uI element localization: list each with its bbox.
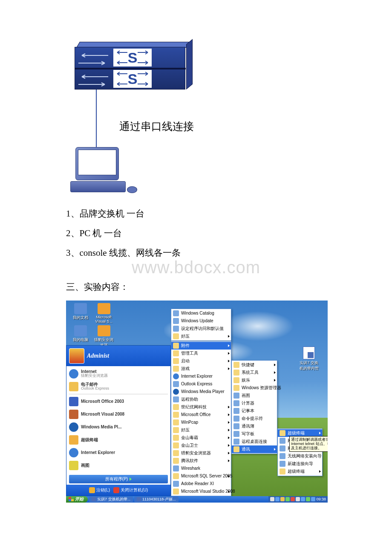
app-icon <box>173 465 179 471</box>
menu-item[interactable]: 远程桌面连接 <box>232 438 277 445</box>
start-pinned-item[interactable]: Internet猎豹安全浏览器 <box>66 367 170 380</box>
menu-item[interactable]: 命令提示符 <box>232 415 277 422</box>
menu-item[interactable]: 无线网络安装向导 <box>278 452 322 460</box>
folder-icon <box>173 343 179 349</box>
app-icon <box>173 310 179 316</box>
menu-item[interactable]: 通讯 <box>232 445 277 453</box>
mail-icon <box>69 382 78 391</box>
menu-item[interactable]: 好压 <box>171 332 231 340</box>
user-name: Administ <box>87 353 109 359</box>
menu-item-label: Wireshark <box>181 466 200 471</box>
word-icon <box>137 497 141 501</box>
menu-item[interactable]: 记事本 <box>232 407 277 415</box>
word-doc-icon <box>303 347 315 359</box>
clock[interactable]: 09:38 <box>316 497 326 501</box>
folder-icon <box>233 370 239 376</box>
start-pinned-item[interactable]: Windows Media Pl... <box>66 421 170 434</box>
menu-item[interactable]: Windows Media Player <box>171 388 231 396</box>
start-pinned-item[interactable]: 电子邮件Outlook Express <box>66 380 170 393</box>
menu-item-label: WinPcap <box>181 420 198 425</box>
all-programs-button[interactable]: 所有程序(P) <box>69 475 168 483</box>
equipment-list: 1、品牌交换机 一台 2、PC 机 一台 3、console 线揽、网线各一条 <box>66 204 326 263</box>
tray-icon[interactable] <box>275 497 280 501</box>
menu-item[interactable]: 超级终端 <box>278 468 322 475</box>
menu-item[interactable]: 设定程序访问和默认值 <box>171 325 231 332</box>
switch-device: S S <box>75 47 194 94</box>
menu-item[interactable]: Windows 资源管理器 <box>232 384 277 392</box>
menu-item[interactable]: 系统工具 <box>232 369 277 376</box>
desktop-icon[interactable]: Microsoft Visual S... <box>93 303 115 324</box>
start-pinned-item[interactable]: 超级终端 <box>66 434 170 446</box>
menu-item[interactable]: Outlook Express <box>171 380 231 388</box>
menu-item[interactable]: 附件 <box>171 342 231 350</box>
menu-item[interactable]: Microsoft Office <box>171 411 231 419</box>
menu-item[interactable]: Wireshark <box>171 465 231 472</box>
tray-icon[interactable] <box>301 497 305 501</box>
menu-item[interactable]: 启动 <box>171 357 231 365</box>
taskbar-item[interactable]: 1110430118-卢丽... <box>134 497 179 502</box>
menu-item[interactable]: 娱乐 <box>232 376 277 384</box>
app-icon <box>233 416 239 422</box>
menu-item[interactable]: 画图 <box>232 392 277 399</box>
menu-item[interactable]: 计算器 <box>232 399 277 407</box>
menu-item-label: 猎豹安全浏览器 <box>181 450 211 456</box>
folder-icon <box>173 333 179 339</box>
menu-item[interactable]: 新建连接向导 <box>278 460 322 468</box>
app-icon <box>173 481 179 487</box>
menu-item[interactable]: 快捷键 <box>232 361 277 369</box>
folder-icon <box>233 446 239 452</box>
menu-item[interactable]: 通讯簿 <box>232 422 277 430</box>
menu-item[interactable]: Microsoft Visual Studio 2008 <box>171 488 231 495</box>
menu-item[interactable]: 猎豹安全浏览器 <box>171 449 231 457</box>
folder-icon <box>173 419 179 425</box>
tray-icon[interactable] <box>270 497 274 501</box>
programs-submenu-top: Windows CatalogWindows Update设定程序访问和默认值好… <box>171 309 231 341</box>
switch-s-top: S <box>128 49 138 66</box>
folder-icon <box>173 404 179 410</box>
tray-icon[interactable] <box>311 497 315 501</box>
desktop-icon[interactable]: 我的文档 <box>69 303 92 321</box>
menu-item[interactable]: 腾讯软件 <box>171 457 231 465</box>
menu-item-label: 金山卫士 <box>181 442 198 448</box>
start-pinned-item[interactable]: Microsoft Office 2003 <box>66 395 170 408</box>
app-icon <box>173 318 179 324</box>
menu-item[interactable]: 金山毒霸 <box>171 434 231 442</box>
serial-connection-label: 通过串口线连接 <box>119 119 194 133</box>
menu-item[interactable]: Adobe Reader XI <box>171 480 231 488</box>
desktop-icon[interactable]: 猎豹安全浏览器 <box>93 325 115 348</box>
tray-icon[interactable] <box>306 497 310 501</box>
desktop-document[interactable]: 实训7 交换机的带内管 <box>298 347 320 371</box>
network-diagram: S S <box>66 43 202 196</box>
menu-item-label: Microsoft Visual Studio 2008 <box>181 489 235 494</box>
menu-item[interactable]: 远程协助 <box>171 396 231 403</box>
menu-item[interactable]: Windows Update <box>171 317 231 325</box>
start-pinned-item[interactable]: Internet Explorer <box>66 446 170 459</box>
logoff-button[interactable]: 注销(L) <box>89 487 110 493</box>
folder-icon <box>280 468 285 474</box>
menu-item[interactable]: 好压 <box>171 426 231 434</box>
menu-item-label: 腾讯软件 <box>181 458 198 464</box>
start-pinned-item[interactable]: Microsoft Visual 2008 <box>66 408 170 421</box>
folder-icon <box>173 350 179 356</box>
taskbar-item[interactable]: 实训7 交换机的带... <box>89 497 133 502</box>
menu-item[interactable]: Internet Explorer <box>171 373 231 380</box>
menu-item[interactable]: Microsoft SQL Server 2005 <box>171 472 231 480</box>
tray-icon[interactable] <box>291 497 295 501</box>
menu-item[interactable]: 写字板 <box>232 430 277 438</box>
menu-item[interactable]: Windows Catalog <box>171 309 231 317</box>
desktop-icon[interactable]: 我的电脑 <box>69 325 92 343</box>
start-button[interactable]: 开始 <box>66 496 88 503</box>
menu-item[interactable]: 管理工具 <box>171 350 231 357</box>
folder-icon <box>173 442 179 448</box>
menu-item[interactable]: WinPcap <box>171 419 231 426</box>
tray-icon[interactable] <box>296 497 300 501</box>
shutdown-button[interactable]: 关闭计算机(U) <box>113 487 148 493</box>
folder-icon <box>173 473 179 479</box>
tray-icon[interactable] <box>280 497 285 501</box>
tray-icon[interactable] <box>285 497 290 501</box>
menu-item[interactable]: 世纪优网科技 <box>171 403 231 411</box>
menu-item[interactable]: 金山卫士 <box>171 442 231 449</box>
start-pinned-item[interactable]: 画图 <box>66 459 170 472</box>
switch-s-bottom: S <box>128 71 138 87</box>
menu-item[interactable]: 游戏 <box>171 365 231 373</box>
